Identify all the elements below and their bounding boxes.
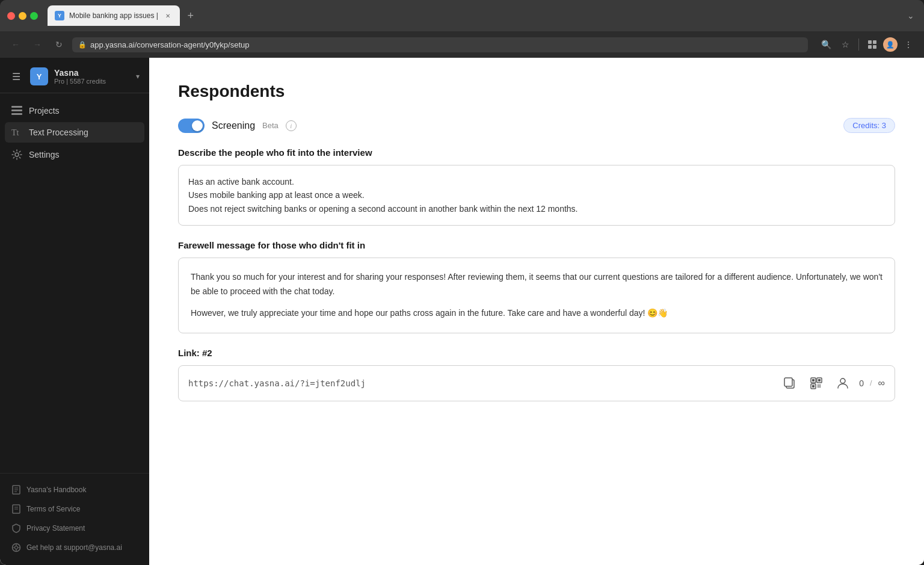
address-input[interactable]: 🔒 app.yasna.ai/conversation-agent/y0fykp… bbox=[72, 37, 808, 52]
settings-icon bbox=[11, 149, 23, 160]
tab-favicon: Y bbox=[55, 11, 64, 20]
link-row: https://chat.yasna.ai/?i=jtenf2udlj 0 / … bbox=[178, 365, 895, 401]
forward-button[interactable]: → bbox=[29, 36, 46, 53]
screening-row: Screening Beta i Credits: 3 bbox=[178, 118, 895, 133]
svg-rect-0 bbox=[868, 40, 872, 44]
handbook-label: Yasna's Handbook bbox=[26, 486, 86, 494]
svg-rect-31 bbox=[819, 384, 821, 386]
url-text: app.yasna.ai/conversation-agent/y0fykp/s… bbox=[90, 40, 250, 49]
text-processing-icon: Tt bbox=[11, 128, 23, 137]
terms-label: Terms of Service bbox=[26, 505, 80, 513]
bookmark-button[interactable]: ☆ bbox=[837, 36, 854, 53]
sidebar: ☰ Y Yasna Pro | 5587 credits ▾ Projects bbox=[0, 58, 149, 565]
privacy-link[interactable]: Privacy Statement bbox=[5, 519, 144, 537]
info-icon[interactable]: i bbox=[286, 120, 297, 131]
svg-rect-27 bbox=[812, 379, 815, 381]
sidebar-item-projects[interactable]: Projects bbox=[5, 100, 144, 121]
svg-rect-32 bbox=[818, 386, 819, 387]
sidebar-item-text-processing[interactable]: Tt Text Processing bbox=[5, 122, 144, 143]
browser-window: Y Mobile banking app issues | ✕ + ⌄ ← → … bbox=[0, 0, 924, 565]
address-bar: ← → ↻ 🔒 app.yasna.ai/conversation-agent/… bbox=[0, 31, 924, 58]
terms-link[interactable]: Terms of Service bbox=[5, 500, 144, 518]
svg-rect-3 bbox=[873, 45, 876, 49]
svg-rect-29 bbox=[812, 385, 815, 387]
close-button[interactable] bbox=[7, 12, 15, 20]
describe-line2: Uses mobile banking app at least once a … bbox=[188, 188, 885, 202]
sidebar-item-label: Text Processing bbox=[29, 128, 88, 137]
brand-name: Yasna bbox=[54, 68, 130, 78]
svg-rect-23 bbox=[784, 378, 792, 386]
link-section: Link: #2 https://chat.yasna.ai/?i=jtenf2… bbox=[178, 348, 895, 401]
sidebar-header: ☰ Y Yasna Pro | 5587 credits ▾ bbox=[0, 58, 149, 93]
tab-close-button[interactable]: ✕ bbox=[163, 11, 173, 20]
sidebar-nav: Projects Tt Text Processing Settings bbox=[0, 93, 149, 473]
tabs-bar: Y Mobile banking app issues | ✕ + ⌄ bbox=[48, 5, 917, 26]
yasna-info: Yasna Pro | 5587 credits bbox=[54, 68, 130, 85]
tabs-dropdown-button[interactable]: ⌄ bbox=[905, 8, 917, 23]
projects-icon bbox=[11, 106, 23, 116]
chevron-down-icon[interactable]: ▾ bbox=[136, 72, 140, 81]
svg-rect-4 bbox=[11, 106, 22, 108]
qr-code-button[interactable] bbox=[806, 373, 827, 394]
svg-point-8 bbox=[15, 153, 19, 156]
search-button[interactable]: 🔍 bbox=[818, 36, 834, 53]
svg-rect-33 bbox=[819, 386, 821, 387]
traffic-lights bbox=[7, 12, 38, 20]
screening-toggle[interactable] bbox=[178, 119, 205, 133]
brand-sub: Pro | 5587 credits bbox=[54, 78, 130, 85]
reload-button[interactable]: ↻ bbox=[51, 36, 67, 53]
maximize-button[interactable] bbox=[30, 12, 38, 20]
svg-rect-28 bbox=[818, 379, 821, 381]
extensions-button[interactable] bbox=[864, 36, 881, 53]
app-body: ☰ Y Yasna Pro | 5587 credits ▾ Projects bbox=[0, 58, 924, 565]
svg-rect-6 bbox=[11, 113, 22, 115]
link-url: https://chat.yasna.ai/?i=jtenf2udlj bbox=[188, 378, 774, 388]
svg-text:Tt: Tt bbox=[11, 128, 19, 137]
sidebar-item-label: Projects bbox=[29, 106, 60, 116]
link-infinity: ∞ bbox=[878, 378, 885, 389]
privacy-label: Privacy Statement bbox=[26, 524, 85, 533]
back-button[interactable]: ← bbox=[7, 36, 24, 53]
farewell-para2: However, we truly appreciate your time a… bbox=[191, 306, 882, 321]
toggle-knob bbox=[192, 120, 203, 131]
menu-button[interactable]: ⋮ bbox=[900, 36, 917, 53]
support-link[interactable]: Get help at support@yasna.ai bbox=[5, 539, 144, 557]
new-tab-button[interactable]: + bbox=[182, 7, 199, 24]
link-label: Link: #2 bbox=[178, 348, 895, 358]
svg-point-34 bbox=[840, 378, 845, 383]
title-bar: Y Mobile banking app issues | ✕ + ⌄ bbox=[0, 0, 924, 31]
toolbar-separator bbox=[858, 39, 859, 51]
handbook-link[interactable]: Yasna's Handbook bbox=[5, 481, 144, 499]
sidebar-footer: Yasna's Handbook Terms of Service Privac… bbox=[0, 473, 149, 565]
browser-actions: 🔍 ☆ 👤 ⋮ bbox=[818, 36, 917, 53]
terms-icon bbox=[11, 504, 22, 514]
credits-badge: Credits: 3 bbox=[843, 118, 895, 133]
privacy-icon bbox=[11, 523, 22, 533]
link-divider: / bbox=[870, 378, 872, 387]
active-tab[interactable]: Y Mobile banking app issues | ✕ bbox=[48, 5, 180, 26]
svg-rect-30 bbox=[818, 384, 819, 386]
farewell-section-label: Farewell message for those who didn't fi… bbox=[178, 240, 895, 250]
farewell-text-box[interactable]: Thank you so much for your interest and … bbox=[178, 258, 895, 333]
svg-rect-1 bbox=[873, 40, 876, 44]
person-icon-button[interactable] bbox=[833, 373, 853, 394]
page-title: Respondents bbox=[178, 82, 895, 101]
lock-icon: 🔒 bbox=[78, 41, 87, 49]
svg-rect-5 bbox=[11, 110, 22, 111]
copy-link-button[interactable] bbox=[780, 373, 800, 394]
svg-point-17 bbox=[15, 546, 18, 549]
describe-section-label: Describe the people who fit into the int… bbox=[178, 147, 895, 158]
svg-rect-2 bbox=[868, 45, 872, 49]
tab-title: Mobile banking app issues | bbox=[69, 11, 158, 20]
describe-text-box[interactable]: Has an active bank account. Uses mobile … bbox=[178, 165, 895, 226]
describe-line1: Has an active bank account. bbox=[188, 175, 885, 188]
handbook-icon bbox=[11, 485, 22, 495]
sidebar-item-settings[interactable]: Settings bbox=[5, 144, 144, 165]
hamburger-button[interactable]: ☰ bbox=[10, 69, 23, 85]
describe-line3: Does not reject switching banks or openi… bbox=[188, 202, 885, 215]
link-count: 0 bbox=[859, 378, 864, 388]
minimize-button[interactable] bbox=[19, 12, 26, 20]
profile-avatar[interactable]: 👤 bbox=[883, 37, 898, 52]
main-content: Respondents Screening Beta i Credits: 3 … bbox=[149, 58, 924, 565]
farewell-para1: Thank you so much for your interest and … bbox=[191, 270, 882, 299]
